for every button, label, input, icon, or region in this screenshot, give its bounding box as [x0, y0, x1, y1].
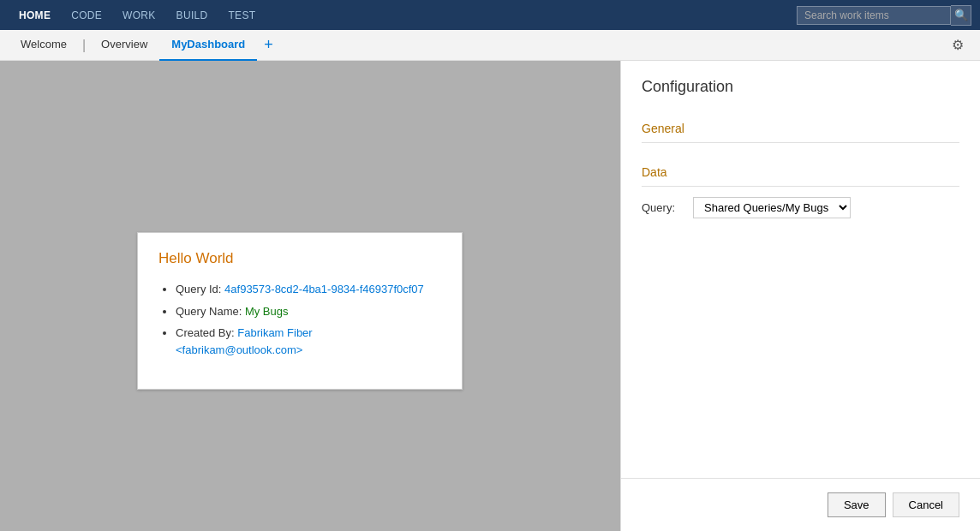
nav-code[interactable]: CODE	[61, 0, 112, 30]
save-button[interactable]: Save	[828, 492, 886, 517]
nav-divider: |	[79, 38, 89, 53]
query-name-label: Query Name:	[176, 305, 245, 318]
dashboard-area: Hello World Query Id: 4af93573-8cd2-4ba1…	[0, 61, 620, 531]
created-by-label: Created By:	[176, 326, 237, 339]
query-id-value: 4af93573-8cd2-4ba1-9834-f46937f0cf07	[224, 283, 424, 295]
general-section-title: General	[642, 110, 959, 143]
secondary-nav: Welcome | Overview MyDashboard + ⚙	[0, 30, 980, 61]
widget-title: Hello World	[158, 250, 441, 267]
list-item: Query Name: My Bugs	[176, 303, 441, 320]
main-layout: Hello World Query Id: 4af93573-8cd2-4ba1…	[0, 61, 980, 531]
list-item: Query Id: 4af93573-8cd2-4ba1-9834-f46937…	[176, 281, 441, 298]
widget-card: Hello World Query Id: 4af93573-8cd2-4ba1…	[137, 232, 463, 390]
tab-welcome[interactable]: Welcome	[9, 30, 79, 61]
search-area: 🔍	[797, 5, 971, 26]
config-footer: Save Cancel	[621, 478, 980, 531]
query-id-label: Query Id:	[176, 283, 224, 295]
search-input[interactable]	[797, 6, 951, 25]
config-title: Configuration	[621, 61, 980, 110]
data-section-title: Data	[642, 153, 959, 187]
config-panel: Configuration General Data Query: Shared…	[620, 61, 980, 531]
nav-home[interactable]: HOME	[9, 0, 61, 30]
tab-overview[interactable]: Overview	[89, 30, 159, 61]
list-item: Created By: Fabrikam Fiber <fabrikam@out…	[176, 325, 441, 358]
widget-list: Query Id: 4af93573-8cd2-4ba1-9834-f46937…	[158, 281, 441, 358]
query-select[interactable]: Shared Queries/My Bugs Shared Queries/Al…	[693, 197, 851, 218]
top-nav: HOME CODE WORK BUILD TEST 🔍	[0, 0, 980, 30]
nav-test[interactable]: TEST	[218, 0, 266, 30]
tab-mydashboard[interactable]: MyDashboard	[159, 30, 257, 61]
config-body: General Data Query: Shared Queries/My Bu…	[621, 110, 980, 478]
query-label: Query:	[642, 201, 684, 214]
gear-icon: ⚙	[952, 37, 964, 53]
search-icon-button[interactable]: 🔍	[951, 5, 971, 26]
query-name-value: My Bugs	[245, 305, 289, 318]
nav-work[interactable]: WORK	[112, 0, 166, 30]
cancel-button[interactable]: Cancel	[893, 492, 959, 517]
query-field: Query: Shared Queries/My Bugs Shared Que…	[642, 197, 959, 218]
search-icon: 🔍	[954, 9, 968, 21]
add-dashboard-button[interactable]: +	[257, 30, 280, 61]
settings-icon-button[interactable]: ⚙	[944, 32, 971, 59]
nav-build[interactable]: BUILD	[166, 0, 218, 30]
